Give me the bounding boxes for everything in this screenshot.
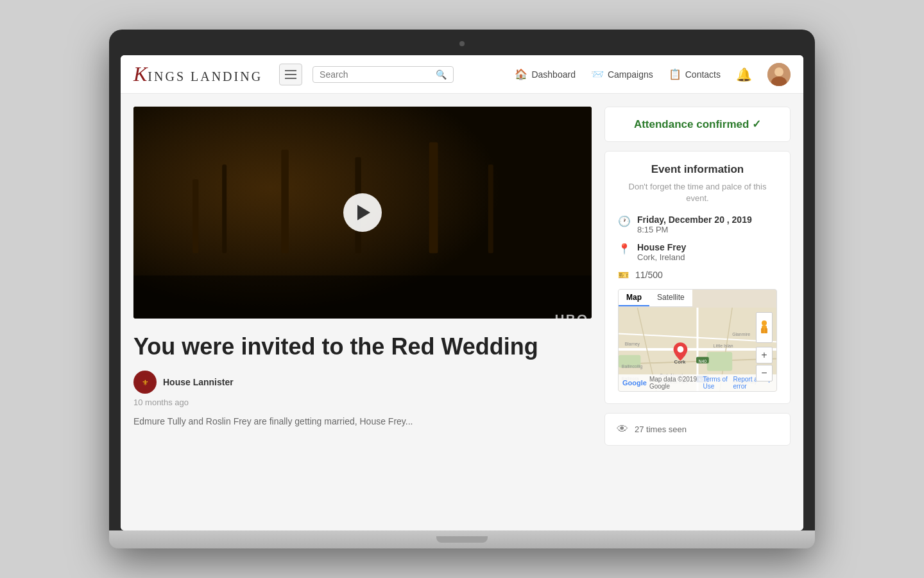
event-info-subtitle: Don't forget the time and palce of this … — [618, 181, 777, 204]
avatar[interactable] — [767, 63, 791, 86]
attendance-banner: Attendance confirmed ✓ — [604, 107, 791, 142]
svg-point-1 — [774, 67, 783, 76]
organizer-name: House Lannister — [163, 377, 234, 387]
views-count: 27 times seen — [635, 425, 687, 434]
svg-rect-22 — [707, 352, 732, 371]
search-icon: 🔍 — [436, 69, 447, 80]
navbar: KINGS LANDING 🔍 🏠 Dashboard 📨 — [121, 55, 803, 94]
main-content: HBO You were invited to the Red Wedding … — [121, 94, 803, 530]
google-logo: Google — [622, 379, 647, 387]
svg-text:Glanmire: Glanmire — [732, 333, 750, 337]
street-view-button[interactable] — [756, 312, 773, 343]
location-icon: 📍 — [618, 243, 631, 255]
nav-campaigns-label: Campaigns — [608, 69, 653, 80]
event-info-card: Event information Don't forget the time … — [604, 151, 791, 404]
time-text: 8:15 PM — [637, 225, 752, 234]
video-thumbnail[interactable]: HBO — [133, 107, 592, 319]
time-ago: 10 months ago — [133, 398, 592, 407]
logo: KINGS LANDING — [133, 62, 262, 86]
map-tab-map[interactable]: Map — [619, 290, 649, 306]
dashboard-icon: 🏠 — [515, 68, 527, 80]
svg-point-38 — [677, 346, 683, 353]
description-preview: Edmure Tully and Roslin Frey are finally… — [133, 415, 592, 428]
svg-text:N40: N40 — [699, 359, 707, 363]
svg-rect-41 — [761, 328, 764, 333]
event-title: You were invited to the Red Wedding — [133, 333, 592, 360]
contacts-icon: 📋 — [669, 68, 681, 80]
hamburger-button[interactable] — [279, 64, 302, 85]
svg-text:Blarney: Blarney — [625, 342, 640, 347]
svg-text:Ballincollig: Ballincollig — [622, 364, 643, 369]
date-row: 🕐 Friday, December 20 , 2019 8:15 PM — [618, 215, 777, 234]
clock-icon: 🕐 — [618, 215, 631, 227]
nav-links: 🏠 Dashboard 📨 Campaigns 📋 Contacts 🔔 — [515, 63, 791, 86]
date-text: Friday, December 20 , 2019 8:15 PM — [637, 215, 752, 234]
hamburger-line — [285, 74, 296, 75]
capacity-text: 11/500 — [635, 270, 663, 280]
event-info-title: Event information — [618, 163, 777, 176]
organizer-row: ⚜ House Lannister — [133, 371, 592, 394]
map-tabs: Map Satellite — [619, 290, 692, 307]
stats-card: 👁 27 times seen — [604, 413, 791, 446]
svg-point-39 — [762, 320, 767, 326]
search-bar: 🔍 — [312, 66, 454, 83]
svg-text:Little Islan: Little Islan — [714, 344, 733, 348]
right-panel: Attendance confirmed ✓ Event information… — [604, 107, 791, 518]
map-tab-satellite[interactable]: Satellite — [649, 290, 692, 306]
notification-bell-icon[interactable]: 🔔 — [736, 67, 752, 82]
attendance-status: Attendance confirmed ✓ — [634, 118, 761, 130]
play-button[interactable] — [343, 193, 382, 232]
eye-icon: 👁 — [617, 423, 628, 436]
search-input[interactable] — [320, 69, 431, 80]
laptop-base — [109, 530, 815, 548]
svg-rect-42 — [765, 328, 767, 333]
map-footer: Google Map data ©2019 Google Terms of Us… — [619, 374, 776, 391]
nav-contacts-label: Contacts — [685, 69, 721, 80]
capacity-row: 🎫 11/500 — [618, 270, 777, 280]
nav-dashboard-label: Dashboard — [531, 69, 576, 80]
left-panel: HBO You were invited to the Red Wedding … — [133, 107, 592, 518]
logo-text: INGS LANDING — [148, 69, 262, 83]
venue-location: Cork, Ireland — [637, 252, 686, 262]
organizer-badge: ⚜ — [133, 371, 157, 394]
zoom-out-button[interactable]: − — [756, 365, 773, 381]
hamburger-line — [285, 78, 296, 79]
nav-dashboard[interactable]: 🏠 Dashboard — [515, 68, 576, 80]
nav-campaigns[interactable]: 📨 Campaigns — [591, 68, 653, 80]
venue-text: House Frey Cork, Ireland — [637, 242, 686, 262]
capacity-icon: 🎫 — [618, 270, 629, 280]
nav-contacts[interactable]: 📋 Contacts — [669, 68, 721, 80]
venue-name: House Frey — [637, 242, 686, 252]
hamburger-line — [285, 70, 296, 71]
svg-text:⚜: ⚜ — [142, 378, 149, 387]
venue-row: 📍 House Frey Cork, Ireland — [618, 242, 777, 262]
zoom-in-button[interactable]: + — [756, 347, 773, 363]
campaigns-icon: 📨 — [591, 68, 604, 80]
date-main: Friday, December 20 , 2019 — [637, 215, 752, 225]
logo-k: K — [133, 62, 148, 85]
map-container: Map Satellite — [618, 289, 777, 392]
laptop-notch — [436, 536, 488, 543]
map-data-credit: Map data ©2019 Google — [649, 376, 701, 390]
map-terms[interactable]: Terms of Use — [703, 376, 730, 390]
map-controls: + − — [756, 312, 773, 381]
